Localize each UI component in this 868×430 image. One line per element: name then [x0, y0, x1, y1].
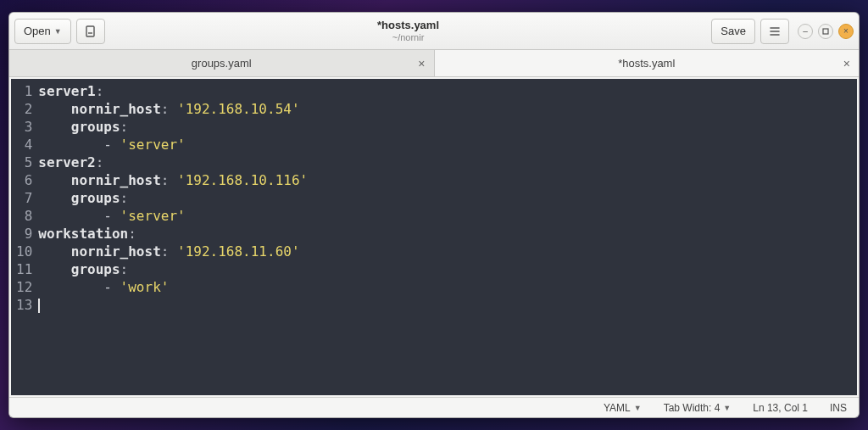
maximize-button[interactable] [818, 24, 833, 39]
code-line[interactable]: nornir_host: '192.168.10.54' [38, 100, 308, 118]
svg-rect-1 [823, 29, 828, 34]
code-line[interactable]: groups: [38, 118, 308, 136]
line-number: 6 [16, 171, 32, 189]
tab-hosts-yaml[interactable]: *hosts.yaml × [435, 50, 860, 76]
line-number: 8 [16, 207, 32, 225]
code-line[interactable]: groups: [38, 260, 308, 278]
text-cursor [38, 299, 40, 313]
cursor-position[interactable]: Ln 13, Col 1 [753, 402, 808, 414]
line-number: 5 [16, 154, 32, 171]
line-number: 1 [16, 82, 32, 100]
line-number: 11 [16, 260, 32, 278]
save-button[interactable]: Save [711, 19, 755, 44]
line-number: 3 [16, 118, 32, 136]
save-label: Save [721, 25, 746, 37]
chevron-down-icon: ▼ [723, 404, 731, 412]
position-label: Ln 13, Col 1 [753, 402, 808, 414]
line-number-gutter: 12345678910111213 [11, 79, 36, 395]
open-button[interactable]: Open ▼ [14, 19, 71, 44]
tab-width-selector[interactable]: Tab Width: 4 ▼ [664, 402, 732, 414]
line-number: 9 [16, 225, 32, 243]
insert-mode-label: INS [830, 402, 847, 414]
line-number: 10 [16, 243, 32, 260]
language-selector[interactable]: YAML ▼ [604, 402, 642, 414]
tab-label: *hosts.yaml [618, 57, 675, 70]
code-line[interactable]: workstation: [38, 225, 308, 243]
code-line[interactable]: nornir_host: '192.168.11.60' [38, 243, 308, 260]
code-content[interactable]: server1: nornir_host: '192.168.10.54' gr… [36, 79, 308, 395]
tab-groups-yaml[interactable]: groups.yaml × [9, 50, 435, 76]
line-number: 7 [16, 189, 32, 207]
document-new-icon [84, 25, 97, 38]
chevron-down-icon: ▼ [54, 27, 62, 36]
tab-close-icon[interactable]: × [843, 57, 850, 70]
code-line[interactable]: groups: [38, 189, 308, 207]
code-line[interactable]: - 'server' [38, 136, 308, 154]
line-number: 4 [16, 136, 32, 154]
line-number: 2 [16, 100, 32, 118]
window-title: *hosts.yaml [110, 20, 707, 31]
chevron-down-icon: ▼ [634, 404, 642, 412]
minimize-icon: – [803, 26, 808, 36]
code-line[interactable] [38, 296, 308, 314]
close-icon: × [843, 26, 849, 36]
status-bar: YAML ▼ Tab Width: 4 ▼ Ln 13, Col 1 INS [9, 397, 859, 417]
window-subtitle: ~/nornir [110, 32, 707, 42]
code-line[interactable]: - 'work' [38, 278, 308, 296]
window-controls: – × [798, 24, 854, 39]
tab-label: groups.yaml [192, 57, 252, 70]
hamburger-icon [768, 25, 782, 38]
editor-window: Open ▼ *hosts.yaml ~/nornir Save – [8, 12, 860, 418]
new-tab-button[interactable] [76, 19, 105, 44]
language-label: YAML [604, 402, 631, 414]
tab-width-label: Tab Width: 4 [664, 402, 721, 414]
editor-area[interactable]: 12345678910111213 server1: nornir_host: … [11, 79, 857, 395]
minimize-button[interactable]: – [798, 24, 813, 39]
code-line[interactable]: server2: [38, 154, 308, 171]
maximize-icon [822, 28, 829, 35]
titlebar: Open ▼ *hosts.yaml ~/nornir Save – [9, 13, 859, 50]
hamburger-menu-button[interactable] [760, 19, 789, 44]
line-number: 13 [16, 296, 32, 314]
line-number: 12 [16, 278, 32, 296]
code-line[interactable]: server1: [38, 82, 308, 100]
title-center: *hosts.yaml ~/nornir [110, 20, 707, 42]
insert-mode[interactable]: INS [830, 402, 847, 414]
code-line[interactable]: - 'server' [38, 207, 308, 225]
svg-rect-0 [86, 26, 94, 36]
tab-bar: groups.yaml × *hosts.yaml × [9, 50, 859, 77]
code-line[interactable]: nornir_host: '192.168.10.116' [38, 171, 308, 189]
tab-close-icon[interactable]: × [418, 57, 425, 70]
close-button[interactable]: × [838, 24, 854, 39]
open-label: Open [24, 25, 51, 37]
